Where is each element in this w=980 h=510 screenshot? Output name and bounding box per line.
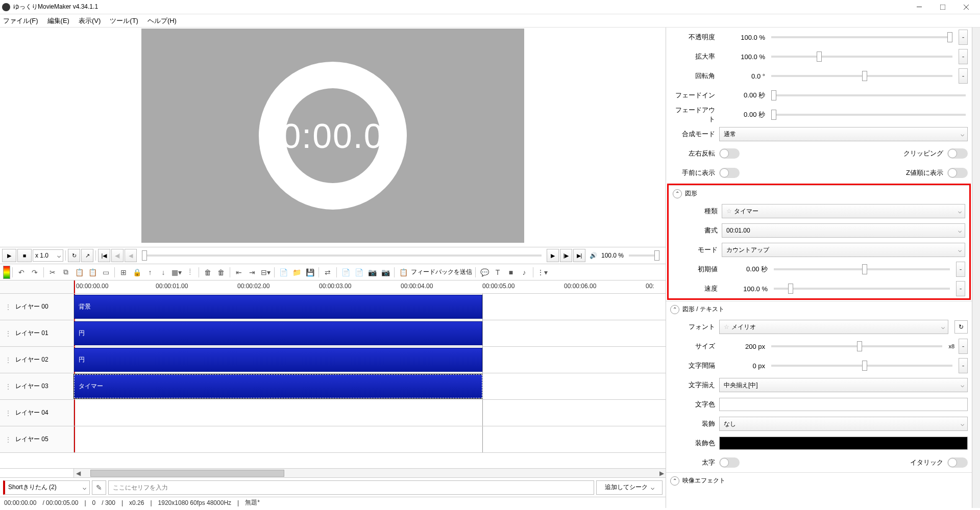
font-select[interactable]: ☆メイリオ	[719, 320, 948, 334]
trim-start-button[interactable]: ⇤	[233, 267, 244, 278]
camera2-button[interactable]: 📷	[380, 267, 391, 278]
format-select[interactable]: 00:01.00	[722, 223, 965, 238]
feedback-icon[interactable]: 📋	[398, 267, 409, 278]
volume-icon[interactable]: 🔊	[590, 252, 597, 259]
minimize-button[interactable]	[908, 0, 931, 14]
goto-end-button[interactable]: ▶|	[573, 249, 585, 262]
effect-section-header[interactable]: ⌃映像エフェクト	[666, 472, 972, 489]
doc2-button[interactable]: 📄	[353, 267, 364, 278]
split-button[interactable]: ⊟▾	[260, 267, 271, 278]
lock-button[interactable]: 🔒	[131, 267, 142, 278]
add-file-button[interactable]: 📄	[278, 267, 289, 278]
speed-select[interactable]: x 1.0⌵	[33, 249, 63, 262]
maximize-button[interactable]	[931, 0, 954, 14]
initial-step[interactable]: -	[956, 262, 965, 277]
zorder-toggle[interactable]	[947, 168, 968, 178]
fadein-slider[interactable]	[771, 94, 966, 96]
menu-tool[interactable]: ツール(T)	[110, 16, 138, 26]
track-body[interactable]: タイマー	[74, 373, 666, 399]
delete2-button[interactable]: 🗑	[215, 267, 227, 278]
next-frame-button[interactable]: |▶	[560, 249, 572, 262]
opacity-step[interactable]: -	[959, 30, 968, 45]
more-button[interactable]: ⋮▾	[536, 267, 548, 278]
italic-toggle[interactable]	[947, 457, 968, 468]
opacity-slider[interactable]	[771, 36, 952, 38]
undo-button[interactable]: ↶	[16, 267, 27, 278]
up-button[interactable]: ↑	[144, 267, 156, 278]
add-folder-button[interactable]: 📁	[291, 267, 302, 278]
rotation-slider[interactable]	[771, 75, 952, 77]
chat-button[interactable]: 💬	[479, 267, 490, 278]
scale-step[interactable]: -	[959, 49, 968, 64]
menu-file[interactable]: ファイル(F)	[3, 16, 38, 26]
grid-button[interactable]: ▦▾	[171, 267, 182, 278]
align-button[interactable]: ⇄	[322, 267, 333, 278]
track-body[interactable]: 円	[74, 320, 666, 346]
playhead-icon[interactable]	[74, 280, 75, 293]
paste-button[interactable]: 📋	[74, 267, 85, 278]
mode-select[interactable]: カウントアップ	[722, 243, 965, 257]
track-header[interactable]: ⋮レイヤー 01	[0, 320, 74, 346]
spacing-slider[interactable]	[771, 365, 952, 367]
track-body[interactable]: 円	[74, 347, 666, 373]
clip-selected[interactable]: タイマー	[74, 374, 482, 398]
time-ruler[interactable]: 00:00:00.00 00:00:01.00 00:00:02.00 00:0…	[74, 280, 666, 293]
step-fwd-button[interactable]: ▶	[547, 249, 559, 262]
save-button[interactable]: 💾	[304, 267, 315, 278]
shape-section-header[interactable]: ⌃図形	[669, 185, 969, 201]
clip[interactable]: 円	[74, 321, 482, 345]
track-header[interactable]: ⋮レイヤー 02	[0, 347, 74, 373]
color-swatch[interactable]	[719, 398, 968, 411]
select-button[interactable]: ▭	[100, 267, 111, 278]
prev-frame-button[interactable]: ◀|	[111, 249, 124, 262]
clip[interactable]: 円	[74, 348, 482, 372]
track-body[interactable]	[74, 426, 666, 452]
fliph-toggle[interactable]	[719, 148, 740, 159]
menu-edit[interactable]: 編集(E)	[47, 16, 69, 26]
spacing-step[interactable]: -	[959, 358, 968, 373]
clip[interactable]: 背景	[74, 295, 482, 319]
doc1-button[interactable]: 📄	[340, 267, 351, 278]
play-button[interactable]: ▶	[2, 249, 16, 262]
track-body[interactable]	[74, 400, 666, 426]
character-select[interactable]: Shortきりたん (2)⌵	[3, 480, 90, 495]
clip-toggle[interactable]	[947, 148, 968, 159]
volume-slider[interactable]	[629, 254, 659, 257]
step-back-button[interactable]: ◀	[125, 249, 137, 262]
columns-button[interactable]: ⦙	[184, 267, 195, 278]
type-select[interactable]: ☆タイマー	[722, 204, 965, 218]
scale-slider[interactable]	[771, 56, 952, 58]
size-step[interactable]: -	[959, 339, 968, 354]
char-settings-button[interactable]: ✎	[92, 480, 106, 495]
redo-button[interactable]: ↷	[29, 267, 40, 278]
goto-start-button[interactable]: |◀	[98, 249, 110, 262]
loop-button[interactable]: ↻	[68, 249, 80, 262]
blend-select[interactable]: 通常	[719, 127, 968, 141]
bold-toggle[interactable]	[719, 457, 740, 468]
menu-help[interactable]: ヘルプ(H)	[148, 16, 177, 26]
cut-button[interactable]: ✂	[47, 267, 58, 278]
trim-end-button[interactable]: ⇥	[247, 267, 258, 278]
serif-input[interactable]	[108, 480, 594, 495]
seek-slider[interactable]	[142, 254, 542, 257]
copy-button[interactable]: ⧉	[60, 267, 71, 278]
front-toggle[interactable]	[719, 168, 740, 178]
rotation-step[interactable]: -	[959, 68, 968, 84]
deco-select[interactable]: なし	[719, 417, 968, 431]
initial-slider[interactable]	[774, 268, 950, 270]
track-header[interactable]: ⋮レイヤー 04	[0, 400, 74, 426]
font-reload-button[interactable]: ↻	[954, 320, 968, 334]
text-button[interactable]: T	[492, 267, 503, 278]
stop-button[interactable]: ■	[17, 249, 32, 262]
align-select[interactable]: 中央揃え[中]	[719, 378, 968, 392]
track-header[interactable]: ⋮レイヤー 05	[0, 426, 74, 452]
group-button[interactable]: ⊞	[118, 267, 129, 278]
timeline-hscroll[interactable]: ◀▶	[0, 468, 666, 477]
speed-slider[interactable]	[774, 288, 950, 290]
delete-button[interactable]: 🗑	[202, 267, 213, 278]
menu-view[interactable]: 表示(V)	[79, 16, 101, 26]
speed-step[interactable]: -	[956, 281, 965, 296]
fadeout-slider[interactable]	[771, 114, 966, 116]
camera-button[interactable]: 📷	[366, 267, 378, 278]
video-button[interactable]: ■	[505, 267, 517, 278]
